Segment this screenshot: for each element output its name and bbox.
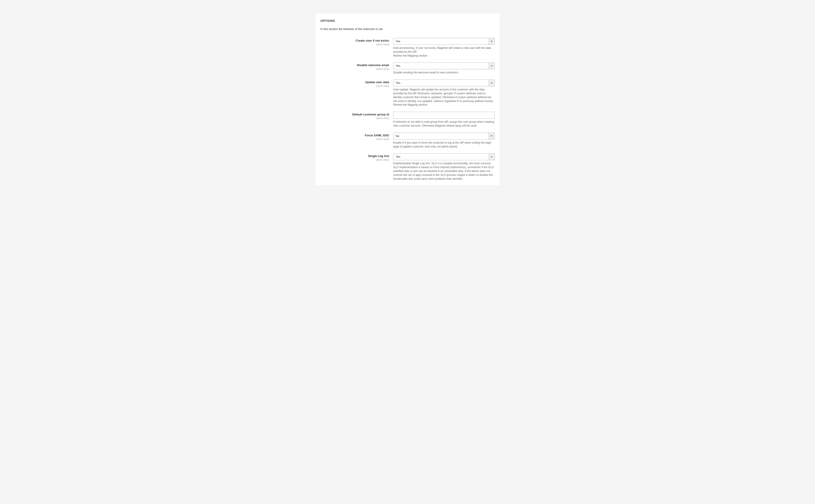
panel-title: OPTIONS [315,19,500,24]
row-create-user: Create user if not exists [store view] Y… [320,38,495,57]
dropdown-button[interactable] [489,62,495,69]
label-col: Update user data [store view] [320,80,393,87]
dropdown-button[interactable] [489,38,495,45]
field-col: Yes Auto-provisioning. If user not exist… [393,38,495,57]
hint-default-group: If extension is not able to read group f… [393,120,495,128]
input-default-group[interactable] [393,112,495,119]
row-default-group: Default customer group id [store view] I… [320,112,495,128]
select-value: Yes [393,80,495,86]
row-slo: Single Log Out [store view] Yes Enable/d… [320,153,495,181]
scope-default-group: [store view] [320,117,389,120]
field-col: Yes Enable/disable Single Log Out. SLO i… [393,153,495,181]
chevron-down-icon [491,135,493,137]
select-value: Yes [393,38,495,45]
label-create-user: Create user if not exists [320,39,389,43]
dropdown-button[interactable] [489,153,495,160]
label-disable-welcome: Disable welcome email [320,63,389,67]
field-col: If extension is not able to read group f… [393,112,495,128]
options-panel: OPTIONS In this section the behavior of … [315,14,500,185]
select-value: Yes [393,153,495,160]
label-col: Create user if not exists [store view] [320,38,393,46]
row-force-saml: Force SAML SSO [store view] No Enable it… [320,133,495,149]
row-update-user: Update user data [store view] Yes Auto-u… [320,80,495,107]
field-col: No Enable it if you want to force the cu… [393,133,495,149]
label-update-user: Update user data [320,80,389,84]
label-col: Disable welcome email [store view] [320,62,393,70]
scope-slo: [store view] [320,158,389,161]
dropdown-button[interactable] [489,133,495,140]
label-col: Force SAML SSO [store view] [320,133,393,141]
label-col: Single Log Out [store view] [320,153,393,161]
select-force-saml[interactable]: No [393,133,495,140]
scope-force-saml: [store view] [320,137,389,141]
chevron-down-icon [491,41,493,42]
chevron-down-icon [491,65,493,67]
scope-update-user: [store view] [320,84,389,87]
select-create-user[interactable]: Yes [393,38,495,45]
scope-create-user: [store view] [320,43,389,46]
select-disable-welcome[interactable]: Yes [393,62,495,69]
hint-create-user: Auto-provisioning. If user not exists, M… [393,46,495,57]
hint-slo: Enable/disable Single Log Out. SLO is a … [393,162,495,181]
select-update-user[interactable]: Yes [393,80,495,86]
hint-disable-welcome: Disable sending the welcome email to new… [393,71,495,75]
label-default-group: Default customer group id [320,113,389,117]
label-slo: Single Log Out [320,154,389,158]
field-col: Yes Auto-update. Magento will update the… [393,80,495,107]
dropdown-button[interactable] [489,80,495,86]
chevron-down-icon [491,82,493,84]
form-area: Create user if not exists [store view] Y… [315,38,500,181]
hint-force-saml: Enable it if you want to force the custo… [393,141,495,149]
hint-update-user: Auto-update. Magento will update the acc… [393,88,495,107]
scope-disable-welcome: [store view] [320,67,389,70]
label-col: Default customer group id [store view] [320,112,393,120]
chevron-down-icon [491,156,493,157]
select-value: No [393,133,495,140]
select-slo[interactable]: Yes [393,153,495,160]
label-force-saml: Force SAML SSO [320,134,389,137]
select-value: Yes [393,62,495,69]
panel-description: In this section the behavior of the exte… [315,24,500,33]
field-col: Yes Disable sending the welcome email to… [393,62,495,75]
row-disable-welcome: Disable welcome email [store view] Yes D… [320,62,495,75]
